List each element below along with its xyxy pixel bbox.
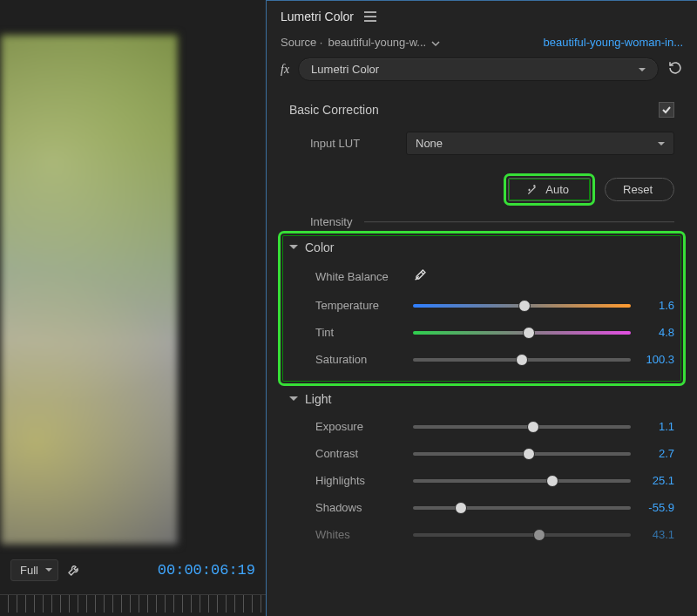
reset-button-label: Reset: [623, 183, 653, 196]
contrast-row: Contrast 2.7: [289, 440, 674, 467]
wand-icon: [526, 184, 538, 196]
light-group: Light Exposure 1.1 Contrast 2.7 Highligh…: [267, 382, 697, 548]
saturation-value[interactable]: 100.3: [634, 353, 674, 366]
effect-row: fx Lumetri Color: [267, 58, 697, 90]
exposure-slider[interactable]: [413, 421, 631, 433]
panel-menu-icon[interactable]: [364, 11, 376, 22]
contrast-slider[interactable]: [413, 448, 631, 460]
source-prefix: Source ·: [281, 36, 322, 49]
light-group-title: Light: [305, 392, 331, 406]
shadows-label: Shadows: [315, 501, 409, 514]
shadows-value[interactable]: -55.9: [634, 501, 674, 514]
whites-label: Whites: [315, 528, 409, 541]
exposure-label: Exposure: [315, 420, 409, 433]
panel-header: Lumetri Color: [267, 1, 697, 32]
saturation-row: Saturation 100.3: [289, 346, 674, 373]
highlights-label: Highlights: [315, 474, 409, 487]
chevron-down-icon[interactable]: [431, 37, 440, 51]
video-preview[interactable]: [0, 34, 179, 545]
preview-pane: Full 00:00:06:19: [0, 0, 266, 616]
input-lut-label: Input LUT: [310, 137, 397, 150]
whites-row: Whites 43.1: [289, 521, 674, 548]
chevron-down-icon: [289, 245, 298, 254]
shadows-slider[interactable]: [413, 502, 631, 514]
fx-badge: fx: [281, 63, 289, 77]
basic-correction-checkbox[interactable]: [659, 102, 674, 118]
auto-button-label: Auto: [545, 183, 569, 196]
contrast-value[interactable]: 2.7: [634, 447, 674, 460]
exposure-row: Exposure 1.1: [289, 413, 674, 440]
zoom-select[interactable]: Full: [10, 559, 58, 581]
tint-label: Tint: [315, 326, 409, 339]
temperature-slider[interactable]: [413, 300, 631, 312]
timecode[interactable]: 00:00:06:19: [158, 562, 255, 579]
wrench-icon[interactable]: [67, 563, 81, 577]
reset-button[interactable]: Reset: [605, 178, 674, 201]
clip-name-link[interactable]: beautiful-young-woman-in...: [544, 36, 683, 49]
highlights-value[interactable]: 25.1: [634, 474, 674, 487]
temperature-label: Temperature: [315, 299, 409, 312]
input-lut-select[interactable]: None: [406, 132, 674, 155]
tint-value[interactable]: 4.8: [634, 326, 674, 339]
source-row: Source · beautiful-young-w... beautiful-…: [267, 32, 697, 58]
saturation-slider[interactable]: [413, 354, 631, 366]
lumetri-panel: Lumetri Color Source · beautiful-young-w…: [266, 0, 697, 616]
temperature-value[interactable]: 1.6: [634, 299, 674, 312]
input-lut-value: None: [416, 137, 443, 150]
eyedropper-icon[interactable]: [413, 268, 427, 285]
tint-slider[interactable]: [413, 327, 631, 339]
auto-button[interactable]: Auto: [508, 178, 591, 201]
zoom-select-label: Full: [20, 564, 38, 577]
color-group-header[interactable]: Color: [289, 240, 674, 261]
effect-select-label: Lumetri Color: [311, 63, 379, 76]
temperature-row: Temperature 1.6: [289, 292, 674, 319]
basic-correction-section: Basic Correction Input LUT None Auto Res…: [267, 90, 697, 232]
contrast-label: Contrast: [315, 447, 409, 460]
saturation-label: Saturation: [315, 353, 409, 366]
highlights-slider[interactable]: [413, 475, 631, 487]
intensity-label: Intensity: [310, 215, 352, 228]
whites-slider[interactable]: [413, 529, 631, 541]
panel-title: Lumetri Color: [281, 10, 354, 24]
color-group-title: Color: [305, 240, 334, 254]
preview-controls: Full 00:00:06:19: [0, 552, 266, 587]
exposure-value[interactable]: 1.1: [634, 420, 674, 433]
reset-effect-icon[interactable]: [667, 60, 683, 78]
source-name: beautiful-young-w...: [328, 36, 426, 49]
whites-value[interactable]: 43.1: [634, 528, 674, 541]
timeline-ruler[interactable]: [0, 594, 266, 613]
color-group-highlight: Color White Balance Temperature 1.6 Tint: [282, 235, 681, 382]
light-group-header[interactable]: Light: [289, 392, 674, 413]
white-balance-label: White Balance: [315, 270, 409, 283]
intensity-slider[interactable]: [364, 221, 674, 223]
effect-select[interactable]: Lumetri Color: [298, 58, 659, 81]
chevron-down-icon: [289, 396, 298, 405]
shadows-row: Shadows -55.9: [289, 494, 674, 521]
highlights-row: Highlights 25.1: [289, 467, 674, 494]
tint-row: Tint 4.8: [289, 319, 674, 346]
basic-correction-title: Basic Correction: [289, 103, 379, 117]
